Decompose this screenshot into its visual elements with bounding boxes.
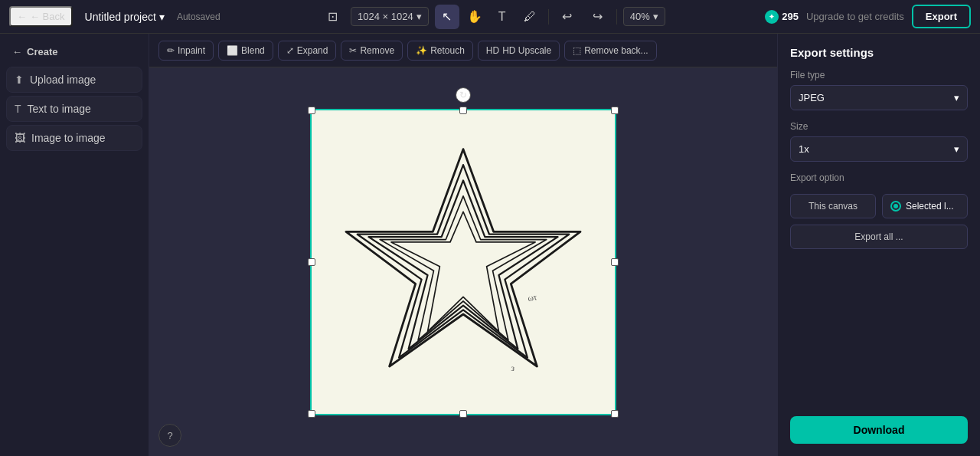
upscale-icon: HD xyxy=(486,45,499,56)
export-button[interactable]: Export xyxy=(912,5,971,28)
sidebar-upload-label: Upload image xyxy=(30,74,96,86)
retouch-label: Retouch xyxy=(430,45,465,56)
upgrade-link[interactable]: Upgrade to get credits xyxy=(806,11,904,22)
radio-dot-inner xyxy=(893,204,898,208)
canvas-area: ✏ Inpaint ⬜ Blend ⤢ Expand ✂ Remove ✨ Re… xyxy=(149,34,777,456)
inpaint-button[interactable]: ✏ Inpaint xyxy=(158,41,214,61)
project-title-text: Untitled project xyxy=(85,11,156,23)
export-all-button[interactable]: Export all ... xyxy=(790,225,968,249)
resize-handle-tm[interactable] xyxy=(459,107,467,114)
sidebar-item-image-to-image[interactable]: 🖼 Image to image xyxy=(6,125,142,151)
chevron-down-icon: ▾ xyxy=(954,143,959,155)
select-tool-button[interactable]: ↖ xyxy=(435,5,459,29)
sidebar-section-label: Create xyxy=(27,46,57,57)
project-title[interactable]: Untitled project ▾ xyxy=(79,8,171,26)
left-sidebar: ← Create ⬆ Upload image T Text to image … xyxy=(0,34,149,456)
undo-button[interactable]: ↩ xyxy=(555,5,580,29)
sidebar-item-upload[interactable]: ⬆ Upload image xyxy=(6,67,142,93)
size-select[interactable]: 1x ▾ xyxy=(790,136,968,162)
remove-icon: ✂ xyxy=(349,45,357,56)
svg-text:ωτ: ωτ xyxy=(527,291,537,302)
expand-label: Expand xyxy=(297,45,328,56)
remove-bg-label: Remove back... xyxy=(584,45,648,56)
canvas-image-container[interactable]: ↻ xyxy=(310,109,616,415)
zoom-control[interactable]: 40% ▾ xyxy=(623,7,665,26)
remove-button[interactable]: ✂ Remove xyxy=(341,41,403,61)
export-option-row1: This canvas Selected l... xyxy=(790,194,968,218)
export-settings-title: Export settings xyxy=(790,46,968,59)
canvas-image[interactable]: ωτ з xyxy=(310,109,616,415)
sidebar-item-text-to-image[interactable]: T Text to image xyxy=(6,96,142,122)
rotate-handle[interactable]: ↻ xyxy=(456,87,471,103)
remove-label: Remove xyxy=(360,45,394,56)
back-button[interactable]: ← ← Back xyxy=(9,6,73,27)
export-all-label: Export all ... xyxy=(854,231,903,242)
topbar: ← ← Back Untitled project ▾ Autosaved ⊡ … xyxy=(0,0,980,34)
topbar-center: ⊡ 1024 × 1024 ▾ ↖ ✋ T 🖊 ↩ ↪ 40% ▾ xyxy=(227,5,760,29)
inpaint-icon: ✏ xyxy=(167,45,175,56)
canvas-size-label: 1024 × 1024 xyxy=(358,11,413,22)
hand-tool-button[interactable]: ✋ xyxy=(462,5,487,29)
remove-bg-icon: ⬚ xyxy=(573,45,581,56)
chevron-down-icon: ▾ xyxy=(416,11,422,22)
svg-marker-1 xyxy=(358,165,570,358)
right-panel: Export settings File type JPEG ▾ Size 1x… xyxy=(777,34,980,456)
credits-display: ✦ 295 xyxy=(765,10,799,24)
retouch-button[interactable]: ✨ Retouch xyxy=(407,41,473,61)
blend-label: Blend xyxy=(241,45,265,56)
selected-layers-button[interactable]: Selected l... xyxy=(882,194,968,218)
export-option-row2: Export all ... xyxy=(790,225,968,249)
resize-handle-br[interactable] xyxy=(611,410,619,418)
remove-bg-button[interactable]: ⬚ Remove back... xyxy=(564,41,656,61)
upload-icon: ⬆ xyxy=(15,74,24,86)
export-option-group: Export option This canvas Selected l... … xyxy=(790,172,968,249)
star-illustration: ωτ з xyxy=(333,132,593,392)
back-label: ← Back xyxy=(30,11,65,22)
resize-handle-ml[interactable] xyxy=(308,258,315,266)
svg-text:з: з xyxy=(511,363,515,372)
this-canvas-label: This canvas xyxy=(808,201,858,212)
size-value: 1x xyxy=(799,143,809,155)
size-label: Size xyxy=(790,121,968,132)
zoom-level-label: 40% xyxy=(630,11,650,22)
canvas-wrapper[interactable]: ↻ xyxy=(149,67,777,456)
resize-handle-tr[interactable] xyxy=(611,107,619,114)
text-tool-button[interactable]: T xyxy=(490,5,514,29)
resize-handle-bm[interactable] xyxy=(459,410,467,418)
blend-icon: ⬜ xyxy=(227,45,238,56)
this-canvas-button[interactable]: This canvas xyxy=(790,194,876,218)
redo-button[interactable]: ↪ xyxy=(586,5,610,29)
export-option-label: Export option xyxy=(790,172,968,183)
credits-icon: ✦ xyxy=(765,10,779,24)
svg-marker-2 xyxy=(368,180,557,349)
download-button[interactable]: Download xyxy=(790,416,968,444)
fit-screen-icon[interactable]: ⊡ xyxy=(320,5,345,29)
topbar-right: ✦ 295 Upgrade to get credits Export xyxy=(765,5,971,28)
main-content: ← Create ⬆ Upload image T Text to image … xyxy=(0,34,980,456)
expand-icon: ⤢ xyxy=(286,45,294,56)
image-icon: 🖼 xyxy=(15,132,25,144)
file-type-field: File type JPEG ▾ xyxy=(790,70,968,110)
resize-handle-mr[interactable] xyxy=(611,258,619,266)
chevron-down-icon: ▾ xyxy=(954,92,959,103)
resize-handle-tl[interactable] xyxy=(308,107,315,114)
file-type-value: JPEG xyxy=(799,92,825,103)
help-icon: ? xyxy=(167,430,172,441)
help-button[interactable]: ? xyxy=(158,424,181,447)
sidebar-text-label: Text to image xyxy=(28,103,91,115)
upscale-button[interactable]: HD HD Upscale xyxy=(478,41,560,61)
download-label: Download xyxy=(854,424,905,436)
sidebar-section-header: ← Create xyxy=(6,43,142,64)
size-field: Size 1x ▾ xyxy=(790,121,968,162)
retouch-icon: ✨ xyxy=(416,45,427,56)
expand-button[interactable]: ⤢ Expand xyxy=(278,41,337,61)
chevron-down-icon: ▾ xyxy=(159,11,165,23)
canvas-size-selector[interactable]: 1024 × 1024 ▾ xyxy=(351,7,429,26)
canvas-toolbar: ✏ Inpaint ⬜ Blend ⤢ Expand ✂ Remove ✨ Re… xyxy=(149,34,777,67)
pen-tool-button[interactable]: 🖊 xyxy=(518,5,542,29)
blend-button[interactable]: ⬜ Blend xyxy=(218,41,273,61)
resize-handle-bl[interactable] xyxy=(308,410,315,418)
file-type-select[interactable]: JPEG ▾ xyxy=(790,85,968,110)
credits-count: 295 xyxy=(782,11,799,22)
sidebar-img2img-label: Image to image xyxy=(31,132,106,144)
